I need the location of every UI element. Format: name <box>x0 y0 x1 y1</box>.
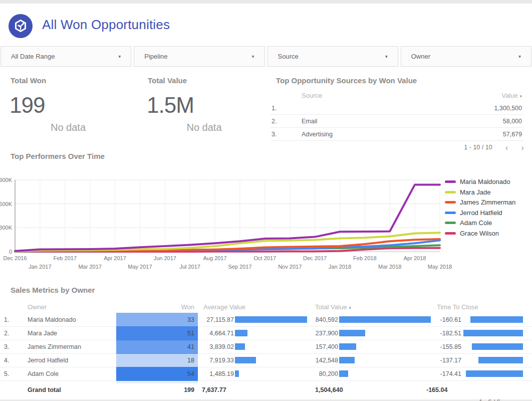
table-row: 1.1,300,500 <box>271 102 524 115</box>
chart-legend: Maria MaldonadoMara JadeJames ZimmermanJ… <box>445 178 515 237</box>
average-value: 3,839.02 <box>193 343 234 350</box>
top-sources-rows: 1.1,300,5002.Email58,0003.Advertising57,… <box>271 102 524 141</box>
total-value-bar <box>339 316 431 323</box>
x-axis-tick-label: Jul 2017 <box>179 264 200 270</box>
scorecard-total-value-note: No data <box>148 122 260 133</box>
top-sources-title: Top Opportunity Sources by Won Value <box>271 76 524 85</box>
y-axis-tick-label: 0 <box>9 249 12 255</box>
legend-item-grace-wilson[interactable]: Grace Wilson <box>445 230 515 237</box>
table-row: 2.Mara Jade514,664.71237,900-182.51 <box>0 326 532 340</box>
x-axis-tick-label: Jun 2017 <box>154 255 176 261</box>
won-heatmap-cell <box>116 380 198 383</box>
table-row: 3.James Zimmerman413,839.02157,400-155.8… <box>0 340 532 354</box>
filter-label: Owner <box>411 53 518 60</box>
won-heatmap-cell: 18 <box>116 353 198 367</box>
x-axis-tick-label: May 2018 <box>428 264 452 270</box>
won-heatmap-cell: 33 <box>116 313 198 327</box>
chart-title: Top Performers Over Time <box>11 152 105 160</box>
total-value: 80,200 <box>288 370 338 377</box>
table-row: 4.Jerrod Hatfield187,919.33142,548-137.1… <box>0 353 532 367</box>
x-axis-tick-label: May 2017 <box>128 264 152 270</box>
legend-item-jerrod-hatfield[interactable]: Jerrod Hatfield <box>445 210 515 216</box>
prev-page-icon[interactable]: ‹ <box>513 398 516 401</box>
time-to-close-bar <box>466 370 523 377</box>
x-axis-tick-label: Sep 2017 <box>228 264 251 270</box>
won-heatmap-cell: 51 <box>116 326 198 340</box>
legend-swatch-icon <box>445 232 456 235</box>
prev-page-icon[interactable]: ‹ <box>505 143 508 152</box>
top-sources-pager: 1 - 10 / 10 ‹ › <box>271 141 524 154</box>
filter-all-date-range[interactable]: All Date Range▾ <box>1 46 131 67</box>
page-range-label: 1 - 6 / 6 <box>479 398 500 401</box>
legend-label: Jerrod Hatfield <box>460 209 502 217</box>
time-to-close-value: -182.51 <box>418 330 461 337</box>
column-header-source[interactable]: Source <box>302 92 322 99</box>
average-value: 7,919.33 <box>193 357 234 364</box>
row-rank: 3. <box>272 131 277 138</box>
source-name: Advertising <box>302 131 333 138</box>
time-to-close-value: -137.17 <box>418 357 461 364</box>
x-axis-tick-label: Apr 2017 <box>104 255 126 261</box>
total-value-bar <box>339 370 348 377</box>
chevron-down-icon: ▾ <box>385 54 388 59</box>
legend-item-mara-jade[interactable]: Mara Jade <box>445 189 515 195</box>
table-row: 5.Adam Cole541,485.1980,200-174.41 <box>0 367 532 381</box>
column-header-average-value[interactable]: Average Value <box>203 303 245 311</box>
table-row-partial <box>0 380 532 383</box>
legend-label: Mara Jade <box>460 188 490 196</box>
time-to-close-bar <box>472 343 523 350</box>
sprout-logo-icon <box>9 14 33 38</box>
sort-desc-icon: ▾ <box>519 94 522 99</box>
column-header-total-value[interactable]: Total Value▾ <box>315 303 351 311</box>
grand-total-row: Grand total 199 7,637.77 1,504,640 -165.… <box>0 384 532 395</box>
legend-item-james-zimmerman[interactable]: James Zimmerman <box>445 199 515 206</box>
column-header-value[interactable]: Value▾ <box>501 92 522 99</box>
column-header-won[interactable]: Won <box>150 303 194 311</box>
x-axis-tick-label: Feb 2018 <box>353 255 376 261</box>
owner-name: Adam Cole <box>28 370 59 377</box>
x-axis-tick-label: Jan 2017 <box>29 264 51 270</box>
source-value: 58,000 <box>503 118 522 125</box>
y-axis-tick-label: 300K <box>0 225 13 231</box>
average-value: 27,115.87 <box>193 316 234 323</box>
owner-name: Jerrod Hatfield <box>28 357 68 364</box>
row-rank: 1. <box>4 316 9 323</box>
next-page-icon[interactable]: › <box>521 143 524 152</box>
total-value-bar <box>339 343 356 350</box>
row-rank: 4. <box>4 357 9 364</box>
legend-label: Grace Wilson <box>460 230 499 237</box>
time-to-close-value: -155.85 <box>418 343 461 350</box>
filter-source[interactable]: Source▾ <box>268 46 398 67</box>
x-axis-tick-label: Apr 2018 <box>404 255 426 261</box>
legend-item-adam-cole[interactable]: Adam Cole <box>445 220 515 226</box>
sales-metrics-title: Sales Metrics by Owner <box>11 286 95 294</box>
filter-label: All Date Range <box>11 53 118 60</box>
table-row: 2.Email58,000 <box>271 115 524 128</box>
legend-swatch-icon <box>445 191 456 193</box>
time-to-close-bar <box>463 330 523 336</box>
total-value: 237,900 <box>288 330 338 337</box>
average-value: 4,664.71 <box>193 330 234 337</box>
filter-owner[interactable]: Owner▾ <box>401 46 531 67</box>
x-axis-tick-label: Feb 2017 <box>54 255 77 261</box>
filter-pipeline[interactable]: Pipeline▾ <box>134 46 264 67</box>
sort-desc-icon: ▾ <box>349 305 351 310</box>
column-header-time-to-close[interactable]: Time To Close <box>437 303 478 311</box>
next-page-icon[interactable]: › <box>529 398 532 401</box>
won-heatmap-cell: 54 <box>116 367 198 381</box>
source-value: 1,300,500 <box>494 105 522 112</box>
time-to-close-bar <box>470 316 523 323</box>
source-value: 57,679 <box>503 131 522 138</box>
legend-item-maria-maldonado[interactable]: Maria Maldonado <box>445 178 515 185</box>
average-value-bar <box>235 370 239 377</box>
column-header-owner[interactable]: Owner <box>28 303 47 311</box>
legend-swatch-icon <box>445 222 456 224</box>
scorecard-total-value-label: Total Value <box>148 76 187 85</box>
top-sources-header: Source Value▾ <box>271 92 524 102</box>
row-rank: 3. <box>4 343 9 350</box>
x-axis-tick-label: Dec 2016 <box>3 255 27 261</box>
scorecard-total-won-value: 199 <box>10 93 45 118</box>
owner-name: James Zimmerman <box>28 343 81 350</box>
source-name: Email <box>302 118 317 125</box>
legend-swatch-icon <box>445 180 456 183</box>
